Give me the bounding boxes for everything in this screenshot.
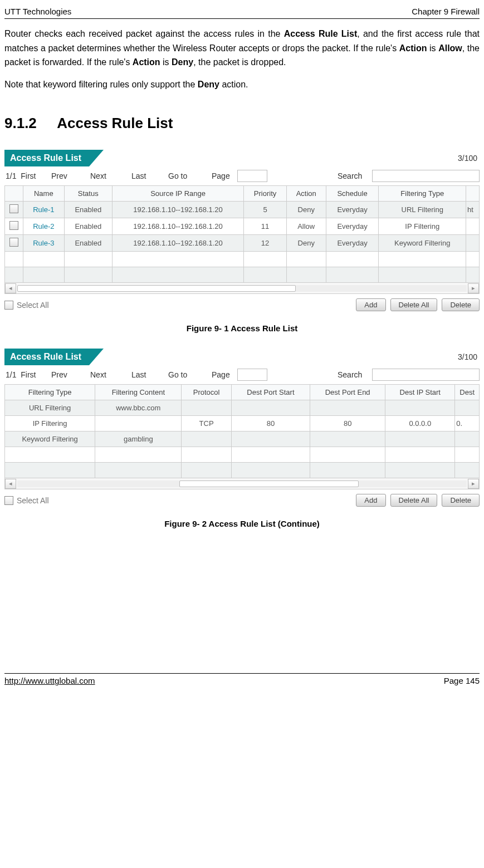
- col-priority[interactable]: Priority: [244, 186, 287, 202]
- scroll-right-icon[interactable]: ▸: [468, 479, 479, 489]
- p1-bold2: Action: [399, 43, 427, 53]
- cell-dpe: [310, 431, 385, 447]
- pager: 1/1 First Prev Next Last Go to Page Sear…: [4, 166, 480, 185]
- cell-sched: Everyday: [326, 218, 379, 235]
- select-all-checkbox[interactable]: [4, 301, 13, 310]
- tab-access-rule-list[interactable]: Access Rule List: [4, 150, 89, 166]
- horizontal-scrollbar[interactable]: ◂ ▸: [4, 478, 480, 489]
- pager-first[interactable]: First: [21, 171, 36, 180]
- scroll-right-icon[interactable]: ▸: [468, 283, 479, 293]
- cell-ftype: Keyword Filtering: [5, 431, 95, 447]
- col-name[interactable]: Name: [23, 186, 65, 202]
- col-overflow: [466, 186, 480, 202]
- rule-count-label: 3/100: [458, 352, 480, 361]
- actions-row: Select All Add Delete All Delete: [4, 489, 480, 507]
- delete-button[interactable]: Delete: [442, 494, 480, 507]
- p1-bold5: Deny: [172, 57, 193, 67]
- p2-seg2: action.: [219, 80, 248, 89]
- pager-next[interactable]: Next: [89, 370, 130, 379]
- pager: 1/1 First Prev Next Last Go to Page Sear…: [4, 365, 480, 384]
- cell-ftype: URL Filtering: [379, 202, 466, 218]
- table-row: IP Filtering TCP 80 80 0.0.0.0 0.: [5, 416, 480, 431]
- cell-dips: [385, 431, 455, 447]
- pager-page-input[interactable]: [237, 170, 267, 182]
- rule-link[interactable]: Rule-3: [33, 239, 54, 247]
- delete-all-button[interactable]: Delete All: [390, 494, 438, 507]
- footer-url[interactable]: http://www.uttglobal.com: [4, 676, 95, 685]
- table-row: [5, 252, 480, 267]
- pager-next[interactable]: Next: [89, 171, 130, 180]
- cell-src: 192.168.1.10--192.168.1.20: [112, 235, 243, 252]
- table-row: Keyword Filtering gambling: [5, 431, 480, 447]
- header-left: UTT Technologies: [4, 7, 71, 16]
- scroll-left-icon[interactable]: ◂: [5, 479, 16, 489]
- row-checkbox[interactable]: [9, 204, 18, 213]
- row-checkbox[interactable]: [9, 238, 18, 247]
- col-dest-port-start[interactable]: Dest Port Start: [231, 385, 310, 400]
- col-filtering-content[interactable]: Filtering Content: [95, 385, 182, 400]
- pager-ratio: 1/1 First: [4, 171, 50, 180]
- cell-proto: [182, 431, 231, 447]
- col-filtering-type[interactable]: Filtering Type: [379, 186, 466, 202]
- cell-src: 192.168.1.10--192.168.1.20: [112, 202, 243, 218]
- table-row: Rule-1 Enabled 192.168.1.10--192.168.1.2…: [5, 202, 480, 218]
- pager-search-input[interactable]: [372, 369, 480, 381]
- cell-ftype: IP Filtering: [379, 218, 466, 235]
- scroll-thumb[interactable]: [179, 480, 359, 487]
- scroll-track[interactable]: [17, 285, 467, 292]
- add-button[interactable]: Add: [356, 298, 385, 311]
- table-row: URL Filtering www.bbc.com: [5, 400, 480, 416]
- col-protocol[interactable]: Protocol: [182, 385, 231, 400]
- cell-fcontent: [95, 416, 182, 431]
- rule-link[interactable]: Rule-1: [33, 205, 54, 214]
- delete-all-button[interactable]: Delete All: [390, 298, 438, 311]
- pager-ratio-text: 1/1: [6, 171, 16, 180]
- pager-search-label: Search: [336, 171, 372, 180]
- rules-table-1: Name Status Source IP Range Priority Act…: [4, 185, 480, 283]
- tab-access-rule-list[interactable]: Access Rule List: [4, 349, 89, 365]
- figure-caption-1: Figure 9- 1 Access Rule List: [4, 323, 480, 333]
- table-row: Rule-2 Enabled 192.168.1.10--192.168.1.2…: [5, 218, 480, 235]
- scroll-left-icon[interactable]: ◂: [5, 283, 16, 293]
- paragraph-1: Router checks each received packet again…: [4, 27, 480, 70]
- cell-status: Enabled: [64, 202, 112, 218]
- pager-page-input[interactable]: [237, 369, 267, 381]
- cell-action: Deny: [286, 235, 326, 252]
- row-checkbox[interactable]: [9, 221, 18, 230]
- cell-sched: Everyday: [326, 235, 379, 252]
- scroll-thumb[interactable]: [17, 285, 296, 292]
- cell-dps: 80: [231, 416, 310, 431]
- section-title: Access Rule List: [57, 115, 173, 131]
- col-dest-ip-start[interactable]: Dest IP Start: [385, 385, 455, 400]
- add-button[interactable]: Add: [356, 494, 385, 507]
- table-header-row: Filtering Type Filtering Content Protoco…: [5, 385, 480, 400]
- footer-page: Page 145: [444, 676, 480, 685]
- col-schedule[interactable]: Schedule: [326, 186, 379, 202]
- cell-fcontent: gambling: [95, 431, 182, 447]
- pager-first[interactable]: First: [21, 370, 36, 379]
- cell-overflow: [466, 235, 480, 252]
- col-status[interactable]: Status: [64, 186, 112, 202]
- p1-seg5: is: [160, 57, 172, 67]
- horizontal-scrollbar[interactable]: ◂ ▸: [4, 283, 480, 294]
- pager-last[interactable]: Last: [130, 370, 167, 379]
- select-all[interactable]: Select All: [4, 496, 49, 505]
- col-filtering-type[interactable]: Filtering Type: [5, 385, 95, 400]
- rule-link[interactable]: Rule-2: [33, 222, 54, 231]
- pager-last[interactable]: Last: [130, 171, 167, 180]
- select-all-checkbox[interactable]: [4, 496, 13, 505]
- col-source-ip[interactable]: Source IP Range: [112, 186, 243, 202]
- figure-caption-2: Figure 9- 2 Access Rule List (Continue): [4, 519, 480, 528]
- cell-overflow: [466, 218, 480, 235]
- pager-prev[interactable]: Prev: [50, 370, 89, 379]
- pager-search-input[interactable]: [372, 170, 480, 182]
- cell-dps: [231, 431, 310, 447]
- col-dest-port-end[interactable]: Dest Port End: [310, 385, 385, 400]
- pager-prev[interactable]: Prev: [50, 171, 89, 180]
- select-all[interactable]: Select All: [4, 301, 49, 310]
- p1-bold1: Access Rule List: [284, 29, 358, 38]
- delete-button[interactable]: Delete: [442, 298, 480, 311]
- cell-src: 192.168.1.10--192.168.1.20: [112, 218, 243, 235]
- col-action[interactable]: Action: [286, 186, 326, 202]
- scroll-track[interactable]: [17, 480, 467, 487]
